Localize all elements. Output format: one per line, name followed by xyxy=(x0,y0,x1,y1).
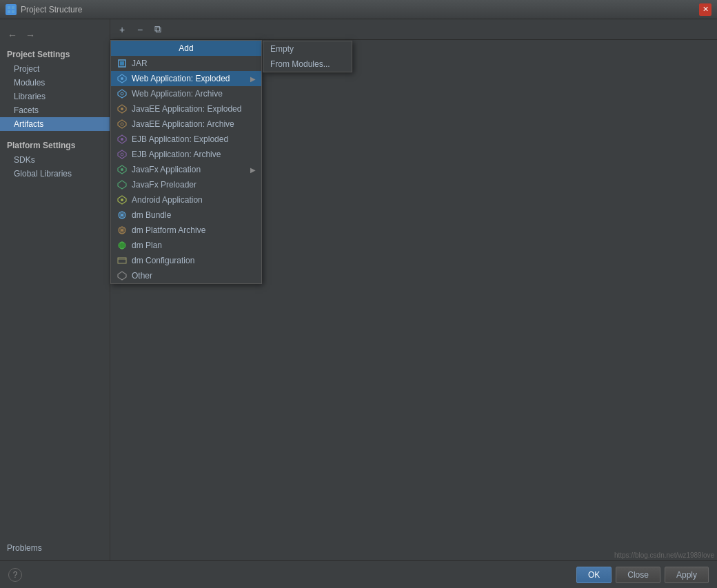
menu-item-ejb-archive[interactable]: EJB Application: Archive xyxy=(111,147,261,162)
back-button[interactable]: ← xyxy=(6,28,19,42)
menu-item-dm-plan[interactable]: dm Plan xyxy=(111,238,261,253)
sidebar-item-sdks[interactable]: SDKs xyxy=(0,153,110,167)
close-dialog-button[interactable]: Close xyxy=(616,567,660,583)
android-icon xyxy=(117,194,128,205)
ejb-exploded-icon xyxy=(117,134,128,145)
sidebar-nav-bar: ← → xyxy=(0,25,110,45)
svg-rect-5 xyxy=(120,61,124,65)
menu-item-dm-configuration[interactable]: dm Configuration xyxy=(111,253,261,268)
dm-platform-archive-icon xyxy=(117,225,128,236)
menu-item-ejb-exploded[interactable]: EJB Application: Exploded xyxy=(111,132,261,147)
menu-item-javaee-exploded[interactable]: JavaEE Application: Exploded xyxy=(111,101,261,116)
svg-marker-8 xyxy=(118,90,126,98)
sidebar-item-artifacts[interactable]: Artifacts xyxy=(0,117,110,131)
sidebar-divider xyxy=(0,131,110,136)
bottom-right: OK Close Apply xyxy=(576,567,709,583)
menu-item-other[interactable]: Other xyxy=(111,268,261,283)
svg-point-15 xyxy=(121,138,123,141)
remove-button[interactable]: − xyxy=(132,22,148,37)
submenu-item-empty[interactable]: Empty xyxy=(263,41,352,57)
menu-item-jar[interactable]: JAR xyxy=(111,56,261,71)
svg-rect-3 xyxy=(12,10,14,13)
sidebar-item-global-libraries[interactable]: Global Libraries xyxy=(0,167,110,181)
main-content: ← → Project Settings Project Modules Lib… xyxy=(0,19,717,560)
sidebar-item-facets[interactable]: Facets xyxy=(0,103,110,117)
platform-settings-header: Platform Settings xyxy=(0,136,110,153)
window-title: Project Structure xyxy=(21,5,699,14)
dropdown-area: Add JAR xyxy=(110,40,717,560)
menu-item-dm-platform-archive[interactable]: dm Platform Archive xyxy=(111,223,261,238)
menu-item-javafx-preloader[interactable]: JavaFx Preloader xyxy=(111,177,261,192)
menu-item-javaee-archive[interactable]: JavaEE Application: Archive xyxy=(111,116,261,132)
title-bar: Project Structure ✕ xyxy=(0,0,717,19)
sidebar-item-libraries[interactable]: Libraries xyxy=(0,90,110,103)
svg-marker-16 xyxy=(118,150,126,159)
svg-point-19 xyxy=(121,168,123,171)
svg-rect-0 xyxy=(8,6,10,9)
svg-point-13 xyxy=(121,123,123,125)
add-button[interactable]: + xyxy=(114,22,130,37)
web-app-exploded-label: Web Application: Exploded xyxy=(132,74,230,83)
javafx-label: JavaFx Application xyxy=(132,165,201,174)
ejb-archive-icon xyxy=(117,149,128,160)
svg-marker-20 xyxy=(118,181,126,189)
svg-point-11 xyxy=(121,108,123,110)
javaee-archive-label: JavaEE Application: Archive xyxy=(132,119,234,129)
menu-item-javafx[interactable]: JavaFx Application ▶ xyxy=(111,162,261,177)
artifact-toolbar: + − ⧉ xyxy=(110,19,717,40)
svg-point-9 xyxy=(121,92,123,95)
submenu-popup: Empty From Modules... xyxy=(263,41,352,72)
web-app-archive-label: Web Application: Archive xyxy=(132,89,223,99)
menu-item-dm-bundle[interactable]: dm Bundle xyxy=(111,207,261,223)
add-menu-header: Add xyxy=(111,41,261,56)
dm-configuration-label: dm Configuration xyxy=(132,256,194,265)
sidebar-item-problems[interactable]: Problems xyxy=(0,541,110,555)
sidebar-item-project[interactable]: Project xyxy=(0,62,110,76)
menu-item-web-app-exploded[interactable]: Web Application: Exploded ▶ xyxy=(111,71,261,86)
dm-plan-label: dm Plan xyxy=(132,241,162,250)
web-app-archive-icon xyxy=(117,88,128,99)
javafx-icon xyxy=(117,164,128,175)
javaee-exploded-label: JavaEE Application: Exploded xyxy=(132,104,241,114)
other-label: Other xyxy=(132,271,152,281)
dm-bundle-label: dm Bundle xyxy=(132,210,171,220)
from-modules-label: From Modules... xyxy=(270,59,330,69)
ok-button[interactable]: OK xyxy=(576,567,612,583)
bottom-left: ? xyxy=(8,568,22,582)
sidebar: ← → Project Settings Project Modules Lib… xyxy=(0,19,110,560)
help-button[interactable]: ? xyxy=(8,568,22,582)
javafx-arrow-icon: ▶ xyxy=(250,166,256,174)
copy-button[interactable]: ⧉ xyxy=(150,22,165,37)
right-panel: + − ⧉ Add JAR xyxy=(110,19,717,560)
add-menu-popup: Add JAR xyxy=(110,40,262,284)
sidebar-divider-2 xyxy=(0,181,110,186)
svg-point-22 xyxy=(121,199,123,201)
forward-button[interactable]: → xyxy=(23,28,37,42)
apply-button[interactable]: Apply xyxy=(665,567,709,583)
app-icon xyxy=(6,4,17,15)
other-icon xyxy=(117,270,128,281)
dm-bundle-icon xyxy=(117,210,128,221)
close-button[interactable]: ✕ xyxy=(699,3,711,16)
svg-marker-37 xyxy=(118,272,126,280)
submenu-item-from-modules[interactable]: From Modules... xyxy=(263,57,352,72)
empty-label: Empty xyxy=(270,44,294,54)
ejb-exploded-label: EJB Application: Exploded xyxy=(132,134,228,144)
ejb-archive-label: EJB Application: Archive xyxy=(132,150,221,159)
project-settings-header: Project Settings xyxy=(0,45,110,62)
svg-point-7 xyxy=(121,77,123,80)
javaee-archive-icon xyxy=(117,119,128,130)
svg-marker-12 xyxy=(118,120,126,128)
dm-plan-icon xyxy=(117,240,128,251)
menu-item-web-app-archive[interactable]: Web Application: Archive xyxy=(111,86,261,101)
javaee-exploded-icon xyxy=(117,103,128,114)
android-label: Android Application xyxy=(132,195,203,205)
svg-rect-35 xyxy=(118,258,126,263)
menu-item-android[interactable]: Android Application xyxy=(111,192,261,207)
svg-rect-2 xyxy=(8,10,10,13)
watermark-text: https://blog.csdn.net/wz1989love xyxy=(614,551,714,559)
javafx-preloader-icon xyxy=(117,179,128,190)
jar-icon xyxy=(117,58,128,69)
sidebar-item-modules[interactable]: Modules xyxy=(0,76,110,90)
svg-point-17 xyxy=(121,153,123,156)
